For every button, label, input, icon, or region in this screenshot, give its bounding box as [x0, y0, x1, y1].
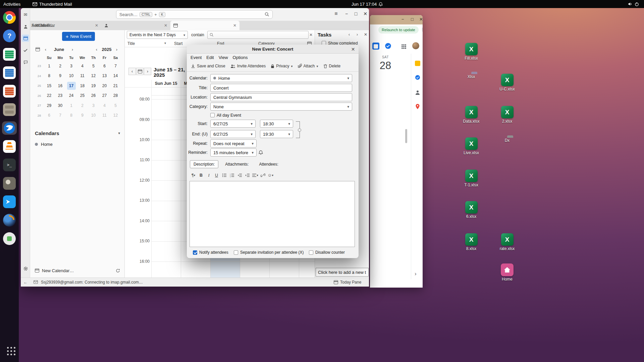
- calendar-icon[interactable]: [36, 47, 40, 51]
- chevron-down-icon[interactable]: ▾: [118, 131, 120, 135]
- keep-icon[interactable]: [415, 61, 420, 66]
- desktop-icon-home[interactable]: Home: [493, 263, 521, 282]
- numbered-list-icon[interactable]: 123: [229, 172, 235, 179]
- dock-libreoffice-writer-icon[interactable]: [2, 66, 17, 79]
- minical-day[interactable]: 16: [58, 83, 62, 88]
- kebab-menu-icon[interactable]: ⋮: [420, 27, 424, 32]
- desktop-icon-folder[interactable]: Xlsx: [457, 74, 485, 79]
- desktop-icon-file[interactable]: Live.xlsx: [457, 137, 485, 155]
- close-pane-icon[interactable]: ✕: [364, 32, 367, 37]
- chat-space-icon[interactable]: [22, 59, 29, 66]
- dock-libreoffice-calc-icon[interactable]: [2, 48, 17, 61]
- minical-day[interactable]: 28: [113, 93, 118, 98]
- allday-checkbox[interactable]: [210, 113, 215, 117]
- menu-options[interactable]: Options: [230, 55, 250, 60]
- minical-day[interactable]: 26: [91, 93, 96, 98]
- tab-close-icon[interactable]: ✕: [164, 23, 167, 28]
- relaunch-to-update-button[interactable]: Relaunch to update: [378, 26, 419, 34]
- tab-close-icon[interactable]: ✕: [233, 23, 236, 28]
- new-event-button[interactable]: + New Event: [62, 32, 95, 41]
- minical-day[interactable]: 21: [113, 83, 118, 88]
- desktop-icon-file[interactable]: Fill.xlsx: [457, 43, 485, 61]
- tab-calendar[interactable]: Calendar ✕: [170, 21, 239, 30]
- activities-button[interactable]: Activities: [3, 0, 20, 8]
- minical-day[interactable]: 12: [113, 113, 118, 118]
- event-search-input[interactable]: [207, 31, 309, 39]
- disallow-counter-option[interactable]: Disallow counter: [309, 249, 345, 255]
- desktop-icon-file[interactable]: 2.xlsx: [493, 106, 521, 124]
- calendar-list-item-home[interactable]: Home: [35, 140, 120, 148]
- minical-day[interactable]: 9: [59, 73, 61, 78]
- align-icon[interactable]: ▾: [252, 172, 258, 179]
- close-filter-icon[interactable]: ✕: [309, 33, 313, 37]
- google-apps-grid-icon[interactable]: [401, 44, 403, 46]
- dock-thunderbird-icon[interactable]: [2, 121, 17, 135]
- italic-button[interactable]: I: [206, 172, 212, 179]
- goto-today-icon[interactable]: [136, 68, 144, 75]
- next-year-icon[interactable]: ›: [114, 47, 119, 52]
- minical-day[interactable]: 15: [47, 83, 51, 88]
- privacy-button[interactable]: Privacy▾: [269, 63, 294, 69]
- category-select[interactable]: None▾: [210, 103, 352, 111]
- bell-icon[interactable]: [259, 150, 263, 155]
- maximize-icon[interactable]: □: [353, 11, 359, 17]
- dock-terminal-icon[interactable]: >_: [2, 158, 17, 172]
- minical-day[interactable]: 30: [58, 103, 62, 108]
- minical-day[interactable]: 23: [58, 93, 62, 98]
- minical-day[interactable]: 29: [47, 103, 51, 108]
- minical-day[interactable]: 4: [103, 103, 106, 108]
- next-day-icon[interactable]: ›: [357, 32, 358, 37]
- sync-icon[interactable]: [116, 268, 120, 273]
- repeat-select[interactable]: Does not repeat▾: [210, 139, 257, 147]
- title-input[interactable]: Concert: [210, 84, 352, 92]
- attach-button[interactable]: Attach▾: [297, 63, 320, 69]
- minical-day[interactable]: 9: [81, 113, 84, 118]
- minical-day[interactable]: 18: [80, 83, 85, 88]
- focused-app-menu[interactable]: Thunderbird Mail: [33, 0, 72, 8]
- minical-day[interactable]: 5: [114, 103, 117, 108]
- maps-pin-icon[interactable]: [416, 104, 420, 109]
- minical-day[interactable]: 12: [91, 73, 96, 78]
- minical-day[interactable]: 5: [92, 64, 95, 68]
- minical-day[interactable]: 25: [80, 93, 85, 98]
- tab-attachments[interactable]: Attachments:: [221, 160, 252, 168]
- dock-help-icon[interactable]: ?: [2, 29, 17, 43]
- minical-day[interactable]: 24: [69, 93, 73, 98]
- maximize-icon[interactable]: □: [411, 17, 414, 22]
- close-icon[interactable]: ✕: [350, 46, 356, 52]
- save-and-close-button[interactable]: Save and Close: [190, 63, 227, 69]
- separate-checkbox[interactable]: [234, 250, 238, 255]
- calendar-space-icon[interactable]: [22, 35, 29, 42]
- prev-month-icon[interactable]: ‹: [43, 47, 48, 52]
- minical-day[interactable]: 7: [59, 113, 61, 118]
- column-title[interactable]: Title: [127, 41, 135, 46]
- next-month-icon[interactable]: ›: [70, 47, 75, 52]
- minical-day-today[interactable]: 17: [67, 82, 76, 90]
- tab-attendees[interactable]: Attendees:: [255, 160, 282, 168]
- desktop-icon-file[interactable]: rate.xlsx: [493, 233, 521, 251]
- disallow-checkbox[interactable]: [309, 250, 313, 255]
- tab-address-book[interactable]: Address Book ✕: [101, 21, 170, 30]
- desktop-icon-file[interactable]: 6.xlsx: [457, 201, 485, 219]
- chrome-window[interactable]: − □ ✕ Relaunch to update ⋮ SAT 28 ›: [370, 15, 423, 288]
- event-filter-dropdown[interactable]: Events in the Next 7 Days ▾: [127, 31, 188, 39]
- app-menu-hamburger-icon[interactable]: ≡: [333, 11, 339, 17]
- avatar[interactable]: [412, 42, 419, 49]
- system-status-menu[interactable]: [628, 0, 639, 8]
- dock-chrome-icon[interactable]: [2, 11, 17, 24]
- minimize-icon[interactable]: −: [401, 17, 404, 22]
- notify-attendees-option[interactable]: Notify attendees: [193, 249, 228, 255]
- tasks-space-icon[interactable]: [22, 47, 29, 54]
- minical-day[interactable]: 8: [70, 113, 72, 118]
- tasks-side-icon[interactable]: [415, 75, 420, 80]
- today-pane-toggle[interactable]: Today Pane: [334, 280, 361, 285]
- sort-chevron-icon[interactable]: ▾: [164, 41, 166, 45]
- menu-event[interactable]: Event: [188, 55, 204, 60]
- minical-day[interactable]: 22: [47, 93, 51, 98]
- close-icon[interactable]: ✕: [362, 11, 368, 17]
- underline-button[interactable]: U: [213, 172, 220, 179]
- clock-menu[interactable]: Jun 17 17:04: [352, 0, 383, 8]
- chrome-titlebar[interactable]: [370, 15, 423, 24]
- dock-file-cabinet-icon[interactable]: [2, 103, 17, 116]
- addressbook-space-icon[interactable]: [22, 23, 29, 30]
